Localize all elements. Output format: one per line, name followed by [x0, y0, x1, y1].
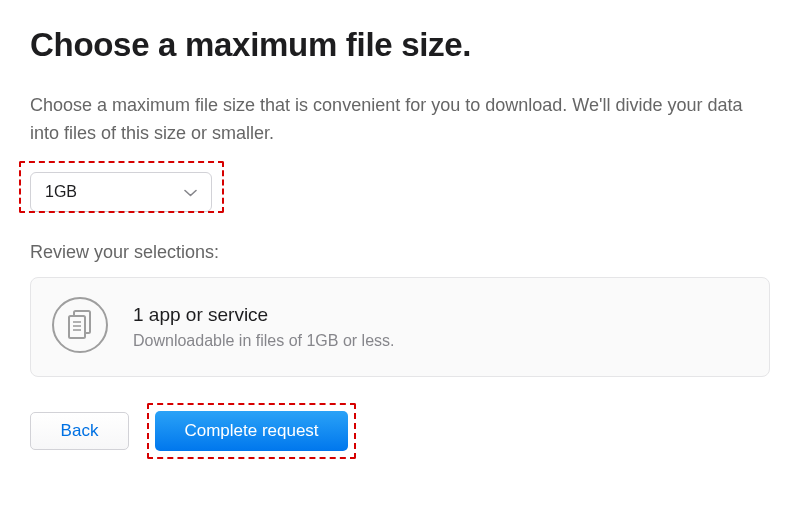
page-description: Choose a maximum file size that is conve…: [30, 92, 770, 148]
summary-card: 1 app or service Downloadable in files o…: [30, 277, 770, 377]
review-label: Review your selections:: [30, 242, 770, 263]
summary-subtitle: Downloadable in files of 1GB or less.: [133, 332, 394, 350]
page-title: Choose a maximum file size.: [30, 26, 770, 64]
button-row: Back Complete request: [30, 411, 770, 451]
file-size-value: 1GB: [45, 183, 77, 201]
summary-title: 1 app or service: [133, 304, 394, 326]
summary-text: 1 app or service Downloadable in files o…: [133, 304, 394, 350]
file-size-select[interactable]: 1GB: [30, 172, 212, 212]
back-button[interactable]: Back: [30, 412, 129, 450]
complete-request-button[interactable]: Complete request: [155, 411, 348, 451]
chevron-down-icon: [184, 183, 197, 201]
document-stack-icon: [51, 296, 109, 358]
svg-rect-2: [69, 316, 85, 338]
